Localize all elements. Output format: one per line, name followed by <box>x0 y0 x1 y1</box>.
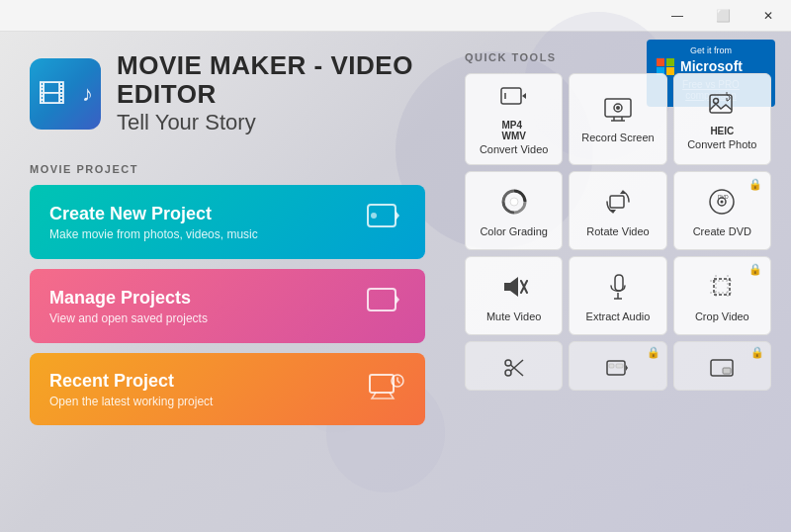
convert-photo-format: HEIC <box>710 126 734 136</box>
mute-video-button[interactable]: Mute Video <box>465 256 563 335</box>
convert-video-icon <box>500 86 528 114</box>
svg-point-19 <box>510 198 518 206</box>
cut-icon <box>503 358 525 378</box>
svg-rect-43 <box>609 364 614 368</box>
color-grading-label: Color Grading <box>480 225 547 238</box>
svg-line-40 <box>510 360 523 371</box>
slideshow-icon <box>606 358 630 378</box>
convert-video-format: MP4WMV <box>501 120 525 141</box>
window-controls: — ⬜ ✕ <box>655 0 791 31</box>
svg-rect-44 <box>616 364 623 368</box>
right-panel: QUICK TOOLS MP4WMV Convert Video <box>455 32 791 532</box>
slideshow-lock-icon: 🔒 <box>647 346 660 359</box>
create-new-desc: Make movie from photos, videos, music <box>49 227 258 241</box>
create-new-title: Create New Project <box>49 204 258 224</box>
ms-badge-top-text: Get it from <box>657 45 765 56</box>
cut-button[interactable] <box>465 341 563 391</box>
bottom-tools-row: 🔒 🔒 <box>465 341 771 391</box>
convert-video-label: Convert Video <box>480 143 549 156</box>
rotate-video-button[interactable]: Rotate Video <box>569 171 666 250</box>
movie-project-label: MOVIE PROJECT <box>30 163 425 175</box>
color-grading-button[interactable]: Color Grading <box>465 171 563 250</box>
app-subtitle: Tell Your Story <box>117 110 425 135</box>
create-new-icon <box>366 199 405 245</box>
create-new-project-card[interactable]: Create New Project Make movie from photo… <box>30 185 425 259</box>
svg-rect-3 <box>368 289 396 310</box>
maximize-button[interactable]: ⬜ <box>700 0 746 32</box>
title-bar: — ⬜ ✕ <box>0 0 791 32</box>
svg-rect-5 <box>370 375 394 393</box>
main-content: Get it from Microsoft Free vs PRO compar… <box>0 32 791 532</box>
svg-marker-27 <box>504 277 518 297</box>
crop-video-label: Crop Video <box>695 310 749 323</box>
create-dvd-label: Create DVD <box>693 225 751 238</box>
recent-project-title: Recent Project <box>49 371 213 392</box>
pip-lock-icon: 🔒 <box>750 346 764 359</box>
logo-film-icon: 🎞 <box>38 77 65 110</box>
svg-rect-20 <box>610 196 624 208</box>
create-dvd-button[interactable]: 🔒 DVD Create DVD <box>673 171 771 250</box>
mute-video-label: Mute Video <box>486 310 541 323</box>
manage-projects-title: Manage Projects <box>49 288 208 309</box>
convert-photo-icon <box>708 92 736 120</box>
svg-rect-7 <box>501 88 521 104</box>
app-logo: 🎞 ♪ <box>30 58 101 130</box>
svg-rect-46 <box>723 368 731 374</box>
close-button[interactable]: ✕ <box>746 0 791 32</box>
app-title: MOVIE MAKER - VIDEO EDITOR <box>117 51 425 108</box>
ms-badge-brand: Microsoft <box>680 58 743 74</box>
svg-marker-42 <box>626 365 628 371</box>
svg-marker-4 <box>396 295 399 305</box>
record-screen-label: Record Screen <box>581 132 654 144</box>
recent-project-icon <box>368 367 405 411</box>
extract-audio-label: Extract Audio <box>586 310 651 323</box>
ms-logo-yellow <box>666 67 674 75</box>
record-screen-button[interactable]: Record Screen <box>569 73 666 165</box>
create-dvd-icon: DVD <box>708 188 736 220</box>
mute-video-icon <box>500 273 528 305</box>
minimize-button[interactable]: — <box>655 0 700 32</box>
recent-project-desc: Open the latest working project <box>49 395 213 408</box>
svg-point-37 <box>505 360 511 366</box>
svg-point-15 <box>616 106 620 110</box>
color-grading-icon <box>500 188 528 220</box>
convert-video-button[interactable]: MP4WMV Convert Video <box>465 73 563 165</box>
svg-rect-16 <box>710 95 732 113</box>
tools-grid: MP4WMV Convert Video Record Screen <box>465 73 771 335</box>
logo-note-icon: ♪ <box>82 81 93 107</box>
svg-point-25 <box>721 200 724 203</box>
app-header: 🎞 ♪ MOVIE MAKER - VIDEO EDITOR Tell Your… <box>30 51 425 135</box>
crop-video-lock-icon: 🔒 <box>748 263 762 276</box>
ms-logo-red <box>657 58 664 66</box>
convert-photo-label: Convert Photo <box>687 138 756 151</box>
manage-projects-card[interactable]: Manage Projects View and open saved proj… <box>30 269 425 343</box>
extract-audio-button[interactable]: Extract Audio <box>569 256 666 335</box>
rotate-video-icon <box>604 188 632 220</box>
svg-marker-1 <box>396 211 399 221</box>
svg-marker-8 <box>522 93 526 99</box>
slideshow-button[interactable]: 🔒 <box>569 341 666 391</box>
convert-photo-button[interactable]: HEIC Convert Photo <box>673 73 771 165</box>
extract-audio-icon <box>605 273 631 305</box>
pip-icon <box>710 358 734 378</box>
recent-project-card[interactable]: Recent Project Open the latest working p… <box>30 353 425 425</box>
svg-point-2 <box>371 213 377 219</box>
svg-text:DVD: DVD <box>718 194 729 200</box>
manage-projects-icon <box>366 283 405 329</box>
record-screen-icon <box>604 98 632 126</box>
app-title-block: MOVIE MAKER - VIDEO EDITOR Tell Your Sto… <box>117 51 425 135</box>
rotate-video-label: Rotate Video <box>586 225 649 238</box>
pip-button[interactable]: 🔒 <box>673 341 771 391</box>
manage-projects-desc: View and open saved projects <box>49 311 208 325</box>
create-dvd-lock-icon: 🔒 <box>748 178 762 191</box>
svg-point-38 <box>505 370 511 376</box>
svg-line-39 <box>510 365 523 376</box>
crop-video-icon <box>708 273 736 305</box>
crop-video-button[interactable]: 🔒 Crop Video <box>673 256 771 335</box>
ms-logo-green <box>666 58 674 66</box>
svg-point-17 <box>714 98 719 103</box>
